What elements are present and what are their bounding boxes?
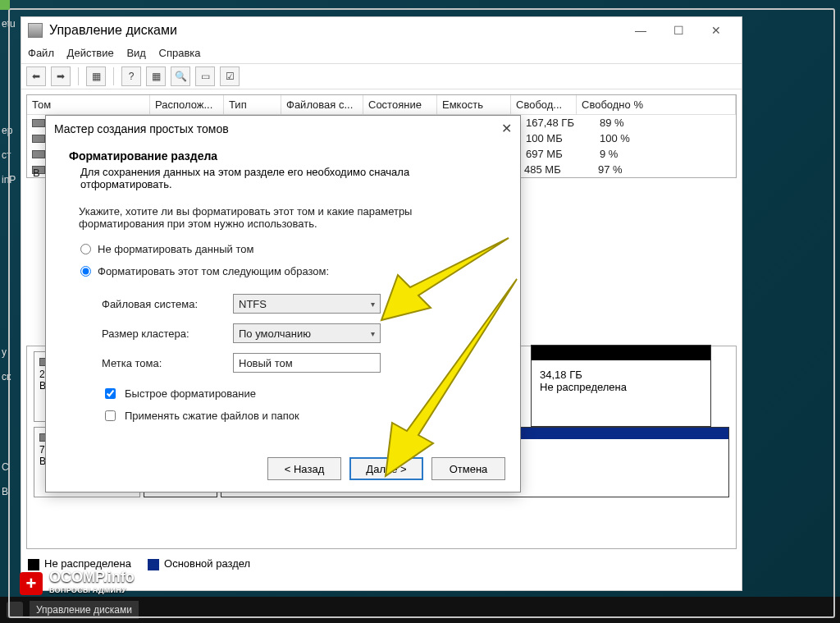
- radio-no-format[interactable]: [80, 244, 91, 254]
- radio-format[interactable]: [80, 266, 91, 277]
- partition-unallocated-right[interactable]: 34,18 ГБНе распределена: [531, 345, 711, 427]
- desktop-left-fragments: etuерстinP уск СВ: [0, 16, 21, 509]
- compression-checkbox[interactable]: [105, 410, 116, 421]
- watermark: + OCOMP.infoВОПРОСЫ АДМИНУ: [20, 570, 135, 597]
- toolbar-btn-1[interactable]: ▦: [86, 66, 106, 86]
- volume-icon: [32, 150, 45, 158]
- maximize-button[interactable]: ☐: [660, 19, 697, 42]
- volume-list-header: Том Располож... Тип Файловая с... Состоя…: [27, 95, 736, 115]
- toolbar: ⬅ ➡ ▦ ? ▦ 🔍 ▭ ☑: [21, 63, 742, 89]
- wizard-heading: Форматирование раздела: [69, 149, 217, 163]
- volume-icon: [32, 135, 45, 143]
- nav-back-icon[interactable]: ⬅: [26, 66, 46, 86]
- wizard-close-button[interactable]: ✕: [501, 121, 512, 136]
- minimize-button[interactable]: —: [622, 19, 660, 42]
- menu-action[interactable]: Действие: [67, 44, 124, 62]
- taskbar-app-button[interactable]: Управление дисками: [30, 601, 139, 619]
- quick-format-checkbox[interactable]: [105, 388, 116, 399]
- back-button[interactable]: < Назад: [267, 457, 341, 480]
- volume-icon: В: [32, 166, 45, 174]
- search-icon[interactable]: 🔍: [171, 66, 190, 86]
- menu-help[interactable]: Справка: [159, 44, 211, 62]
- help-icon[interactable]: ?: [121, 66, 141, 86]
- annotation-arrow-2: [369, 271, 533, 488]
- titlebar: Управление дисками — ☐ ✕: [21, 17, 742, 44]
- volume-label-input[interactable]: Новый том: [233, 353, 381, 373]
- wizard-title: Мастер создания простых томов: [54, 122, 229, 135]
- window-title: Управление дисками: [49, 23, 177, 38]
- taskbar-app-icon[interactable]: [7, 602, 23, 618]
- toolbar-btn-4[interactable]: ☑: [220, 66, 240, 86]
- app-icon: [28, 23, 43, 38]
- cluster-size-select[interactable]: По умолчанию▾: [233, 323, 381, 343]
- menu-view[interactable]: Вид: [126, 44, 156, 62]
- menu-file[interactable]: Файл: [28, 44, 64, 62]
- filesystem-select[interactable]: NTFS▾: [233, 294, 381, 314]
- wizard-subtitle: Для сохранения данных на этом разделе ег…: [69, 163, 497, 190]
- watermark-badge: +: [20, 572, 43, 595]
- volume-icon: [32, 119, 45, 127]
- close-button[interactable]: ✕: [697, 19, 735, 42]
- toolbar-btn-2[interactable]: ▦: [146, 66, 166, 86]
- toolbar-btn-3[interactable]: ▭: [195, 66, 215, 86]
- taskbar: Управление дисками: [0, 597, 840, 623]
- nav-fwd-icon[interactable]: ➡: [51, 66, 71, 86]
- menu-bar: Файл Действие Вид Справка: [21, 44, 742, 63]
